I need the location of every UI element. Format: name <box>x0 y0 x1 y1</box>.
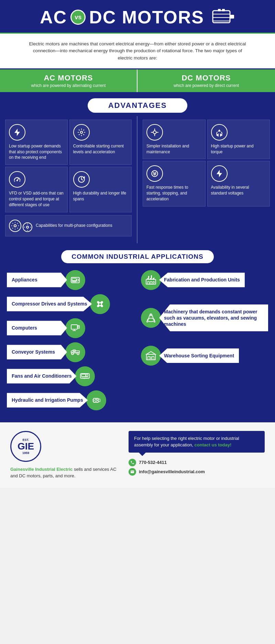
advantages-header: ADVANTAGES <box>0 92 275 116</box>
motor-icon <box>211 7 235 27</box>
dc-motor-label: DC MOTORS which are powered by direct cu… <box>138 69 275 92</box>
footer-right: For help selecting the right electric mo… <box>129 431 265 479</box>
svg-point-43 <box>86 374 88 376</box>
dc-adv-1: Simpler installation and maintenance <box>143 120 206 159</box>
ac-adv-extra: Capabilities for multi-phase configurati… <box>5 215 132 236</box>
footer-logo-area: EST. GIE 1959 <box>10 431 122 462</box>
fast-response-icon <box>146 165 163 182</box>
header-section: AC vs DC MOTORS <box>0 0 275 33</box>
footer-email-text: info@gainesvilleindustrial.com <box>139 469 205 474</box>
svg-rect-59 <box>153 281 154 283</box>
applications-title: COMMON INDUSTRIAL APPLICATIONS <box>61 250 213 263</box>
app-machinery-label: Machinery that demands constant power su… <box>159 304 268 332</box>
svg-line-12 <box>20 181 20 181</box>
advantages-content: Low startup power demands that also prot… <box>0 116 275 243</box>
app-fans-icon <box>75 366 95 386</box>
ac-motor-subtitle: which are powered by alternating current <box>7 83 130 88</box>
gear-multi-icon <box>9 220 21 232</box>
footer-phone[interactable]: 770-532-4411 <box>129 459 265 466</box>
dc-adv-3: Fast response times to starting, stoppin… <box>143 161 206 206</box>
dc-motor-title: DC MOTORS <box>144 74 268 82</box>
ac-adv-3-text: VFD or VSD add-ons that can control spee… <box>9 190 64 208</box>
svg-rect-57 <box>147 281 149 284</box>
app-warehouse: Warehouse Sorting Equipment <box>141 346 268 366</box>
ac-adv-2: Controllable starting current levels and… <box>69 120 132 165</box>
svg-rect-70 <box>148 356 150 360</box>
app-compressor: Compressor Drives and Systems <box>7 294 134 314</box>
footer-section: EST. GIE 1959 Gainesville Industrial Ele… <box>0 422 275 488</box>
svg-rect-60 <box>148 276 149 278</box>
app-warehouse-label: Warehouse Sorting Equipment <box>159 348 239 363</box>
gear-speed-icon <box>73 124 90 141</box>
svg-point-34 <box>72 353 74 355</box>
voltage-icon <box>211 165 228 182</box>
dc-adv-3-text: Fast response times to starting, stoppin… <box>146 185 202 202</box>
svg-rect-44 <box>81 374 86 377</box>
gie-logo: EST. GIE 1959 <box>10 431 41 462</box>
header-vs: vs <box>70 10 86 25</box>
footer-contact: 770-532-4411 info@gainesvilleindustrial.… <box>129 459 265 476</box>
footer-cta-link[interactable]: contact us today! <box>195 442 232 447</box>
svg-point-15 <box>14 224 16 227</box>
intro-section: Electric motors are machines that conver… <box>0 34 275 68</box>
gie-initials: GIE <box>18 442 34 451</box>
phone-icon <box>129 459 136 466</box>
applications-header: COMMON INDUSTRIAL APPLICATIONS <box>0 243 275 268</box>
applications-section: COMMON INDUSTRIAL APPLICATIONS Appliance… <box>0 243 275 422</box>
svg-point-10 <box>16 180 18 181</box>
email-icon <box>129 468 136 476</box>
app-hydraulic-label: Hydraulic and Irrigation Pumps <box>7 393 88 407</box>
svg-marker-69 <box>146 352 155 354</box>
svg-point-16 <box>26 226 29 228</box>
header-ac: AC <box>40 7 67 27</box>
app-fabrication-label: Fabrication and Production Units <box>159 273 245 287</box>
ac-applications: Appliances Compressor Drives and <box>3 268 138 412</box>
app-hydraulic-icon <box>86 390 106 410</box>
svg-rect-5 <box>222 9 225 11</box>
svg-marker-19 <box>216 170 222 178</box>
ac-adv-2-text: Controllable starting current levels and… <box>73 143 128 155</box>
ac-advantages: Low startup power demands that also prot… <box>0 116 138 243</box>
clock-refresh-icon <box>73 171 90 188</box>
ac-adv-4-text: High durability and longer life spans <box>73 190 128 202</box>
app-fabrication-icon <box>141 270 161 290</box>
applications-content: Appliances Compressor Drives and <box>0 268 275 412</box>
app-appliances-icon <box>65 270 85 290</box>
infographic-container: AC vs DC MOTORS Electric motors are mach… <box>0 0 275 488</box>
app-compressor-icon <box>90 294 110 314</box>
app-fans: Fans and Air Conditioners <box>7 366 134 386</box>
ac-adv-1-text: Low startup power demands that also prot… <box>9 143 64 160</box>
intro-text: Electric motors are machines that conver… <box>28 41 248 62</box>
advantages-section: ADVANTAGES Low startup power demands tha… <box>0 92 275 243</box>
svg-rect-61 <box>151 275 152 278</box>
svg-point-22 <box>77 279 79 281</box>
svg-rect-6 <box>230 15 234 19</box>
dc-adv-1-text: Simpler installation and maintenance <box>146 143 202 155</box>
advantages-title: ADVANTAGES <box>88 98 188 113</box>
footer-company-desc: Gainesville Industrial Electric sells an… <box>10 466 122 479</box>
app-machinery: Machinery that demands constant power su… <box>141 304 268 332</box>
dc-adv-2-text: High startup power and torque <box>211 143 266 155</box>
ac-motor-label: AC MOTORS which are powered by alternati… <box>0 69 138 92</box>
svg-line-51 <box>97 399 97 399</box>
app-conveyor: Conveyor Systems <box>7 342 134 362</box>
header-dc: DC MOTORS <box>89 7 204 27</box>
footer-phone-text: 770-532-4411 <box>139 460 167 465</box>
gie-year: 1959 <box>22 451 29 455</box>
dc-motor-subtitle: which are powered by direct current <box>144 83 268 88</box>
dc-adv-2: High startup power and torque <box>207 120 270 159</box>
svg-rect-4 <box>218 9 221 11</box>
footer-company-name: Gainesville Industrial Electric <box>10 467 73 472</box>
footer-left: EST. GIE 1959 Gainesville Industrial Ele… <box>10 431 122 479</box>
app-machinery-icon <box>141 308 161 328</box>
dc-adv-grid: Simpler installation and maintenance Hig… <box>143 120 270 207</box>
recycle-icon <box>211 124 228 141</box>
footer-cta-text: For help selecting the right electric mo… <box>134 435 259 448</box>
app-computers-icon <box>65 318 85 338</box>
dc-adv-4-text: Availability in several standard voltage… <box>211 185 266 196</box>
svg-point-35 <box>77 353 79 355</box>
app-warehouse-icon <box>141 346 161 366</box>
app-conveyor-label: Conveyor Systems <box>7 345 67 359</box>
svg-marker-7 <box>14 129 20 136</box>
footer-email[interactable]: info@gainesvilleindustrial.com <box>129 468 265 476</box>
